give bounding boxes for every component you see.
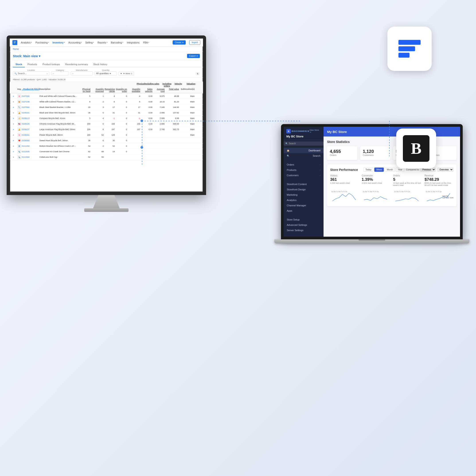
chevron-right-icon: ›	[320, 169, 321, 171]
row-expand[interactable]: +	[13, 151, 17, 153]
stat-customers: 1,120 Customers	[360, 146, 391, 160]
manufacturer-search[interactable]: ⌕	[71, 71, 93, 75]
tab-product-lookups[interactable]: Product lookups	[40, 62, 63, 67]
sidebar-item-account-settings[interactable]: Account Settings	[284, 237, 323, 237]
chevron-icon: ▾	[48, 41, 49, 43]
nav-accounting[interactable]: Accounting ▾	[68, 41, 82, 44]
product-sku[interactable]: 0111904	[22, 156, 39, 158]
metric-revenue: Revenue $748.29 $595.21 last week at thi…	[425, 174, 453, 186]
nav-reports[interactable]: Reports ▾	[98, 41, 107, 44]
sort-button[interactable]: ⇅	[195, 72, 200, 76]
row-expand[interactable]: +	[13, 134, 17, 136]
product-sku[interactable]: 0109161	[22, 134, 39, 136]
product-desc: CotterLess Bolt Cap	[39, 156, 79, 158]
product-sku[interactable]: 0107238	[22, 101, 39, 103]
sidebar-item-orders[interactable]: Orders ›	[284, 162, 323, 167]
location-input[interactable]	[18, 72, 46, 75]
product-sku[interactable]: 0109113	[22, 117, 39, 119]
nav-purchasing[interactable]: Purchasing ▾	[35, 41, 49, 44]
product-desc: Black and Silver Mini Bicycle Bell, 35mm	[39, 112, 79, 114]
quantity-select[interactable]: All quantities ▾	[95, 71, 117, 76]
chevron-icon: ▾	[31, 41, 32, 43]
svg-text:Last week: $289.92: Last week: $289.92	[442, 197, 453, 199]
table-row: + 🔔 0109137 Large American Flag Bicycle …	[10, 127, 203, 132]
tab-reordering-summary[interactable]: Reordering summary	[63, 62, 91, 67]
product-sku[interactable]: 0109125	[22, 123, 39, 125]
row-expand[interactable]: +	[13, 95, 17, 98]
metric-conversion: Conversion 1.39% 3.31% last week's total	[362, 174, 391, 186]
product-sku[interactable]: 0111505	[22, 151, 39, 153]
customers-value: 1,120	[363, 149, 388, 154]
location-search[interactable]: 🔍 ⌕	[13, 71, 50, 76]
sidebar-item-storefront-design[interactable]: Storefront Design	[284, 187, 323, 192]
home-link[interactable]: Home	[13, 48, 19, 50]
row-expand[interactable]: +	[13, 117, 17, 120]
row-expand[interactable]: +	[13, 101, 17, 103]
metric-orders: Orders 5 13 last week at this time 40 la…	[393, 174, 422, 186]
tab-stock-history[interactable]: Stock history	[91, 62, 110, 67]
product-sku[interactable]: 0111202	[22, 145, 39, 147]
tab-products[interactable]: Products	[25, 62, 40, 67]
product-sku[interactable]: 0109300	[22, 139, 39, 142]
product-sku[interactable]: 0109137	[22, 128, 39, 131]
bc-search[interactable]: 🔍 Search	[284, 141, 323, 146]
sidebar-item-server-settings[interactable]: Server Settings	[284, 228, 323, 233]
product-desc: White with Colored Flowers Basket, 11i..…	[39, 101, 79, 103]
row-expand[interactable]: +	[13, 156, 17, 158]
view-select[interactable]: Overview	[437, 168, 453, 172]
row-expand[interactable]: +	[13, 112, 17, 114]
more-filter-button[interactable]: ▼ ▼ More: 1	[119, 72, 134, 76]
product-desc: Sweet Heart Bicycle Bell, 34mm	[39, 139, 79, 142]
tab-today[interactable]: Today	[363, 168, 374, 172]
stat-orders: 4,655 Orders	[327, 146, 357, 160]
main-tabs: Stock Products Product lookups Reorderin…	[10, 60, 203, 67]
connector-dot-2	[140, 146, 143, 149]
sidebar-item-products[interactable]: Products ›	[284, 167, 323, 173]
page-title-bar: Stock: Main view ▾ Export ▾	[10, 52, 203, 60]
nav-integrations[interactable]: Integrations	[127, 41, 139, 44]
sidebar-item-apps[interactable]: Apps	[284, 208, 323, 213]
table-row: + 🌸 0107226 Pink and White with Colored …	[10, 94, 203, 99]
tab-month[interactable]: Month	[385, 168, 395, 172]
sidebar-item-channel-manager[interactable]: Channel Manager	[284, 203, 323, 208]
nav-fba[interactable]: FBA ▾	[143, 41, 149, 44]
row-expand[interactable]: +	[13, 145, 17, 147]
chevron-icon: ▾	[148, 41, 149, 43]
import-button[interactable]: Import	[189, 40, 200, 45]
row-expand[interactable]: +	[13, 106, 17, 109]
sidebar-item-marketing[interactable]: Marketing	[284, 192, 323, 197]
sidebar-item-storefront-content[interactable]: Storefront Content	[284, 182, 323, 187]
sidebar-item-dashboard[interactable]: 🏠 Dashboard	[284, 148, 323, 153]
export-button[interactable]: Export ▾	[187, 54, 200, 58]
nav-selling[interactable]: Selling ▾	[85, 41, 94, 44]
sidebar-item-customers[interactable]: Customers ›	[284, 173, 323, 178]
svg-rect-7	[398, 40, 421, 45]
product-sku[interactable]: 0109101	[22, 112, 39, 114]
nav-analytics[interactable]: Analytics ▾	[21, 41, 32, 44]
including-orders-group-header: Including orders	[159, 83, 175, 87]
row-expand[interactable]: +	[13, 123, 17, 125]
tab-stock[interactable]: Stock	[13, 62, 25, 67]
tab-week[interactable]: Week	[374, 168, 384, 172]
row-expand[interactable]: +	[13, 139, 17, 142]
sidebar-item-search[interactable]: 🔍 Search	[284, 153, 323, 158]
sidebar-item-advanced-settings[interactable]: Advanced Settings	[284, 222, 323, 228]
performance-header: Store Performance Today Week Month Year …	[330, 168, 453, 172]
category-search[interactable]: ⌕	[51, 71, 69, 75]
table-row: + 🇺🇸 0109125 Chrome American Flag Bicycl…	[10, 121, 203, 127]
nav-barcoding[interactable]: Barcoding ▾	[111, 41, 123, 44]
product-sku[interactable]: 0107226	[22, 95, 39, 97]
sidebar-item-analytics[interactable]: Analytics	[284, 197, 323, 203]
nav-inventory[interactable]: Inventory ▾	[52, 41, 65, 44]
product-sku[interactable]: 0107990	[22, 106, 39, 108]
manufacturer-filter-group: Manufacturer ⌕	[71, 69, 93, 76]
sidebar-item-store-setup[interactable]: Store Setup	[284, 217, 323, 222]
customers-label: Customers	[363, 154, 388, 156]
product-desc: Pink and White with Colored Flowers Ba..…	[39, 95, 79, 97]
filter-icon: ▼	[120, 72, 122, 75]
view-selector[interactable]: Main view ▾	[23, 54, 40, 58]
table-row: + 🔩 0111904 CotterLess Bolt Cap 52 55	[10, 154, 203, 160]
create-button[interactable]: Create ▾	[173, 40, 186, 45]
row-expand[interactable]: +	[13, 128, 17, 131]
view-store-link[interactable]: View Store ↗	[310, 129, 321, 133]
